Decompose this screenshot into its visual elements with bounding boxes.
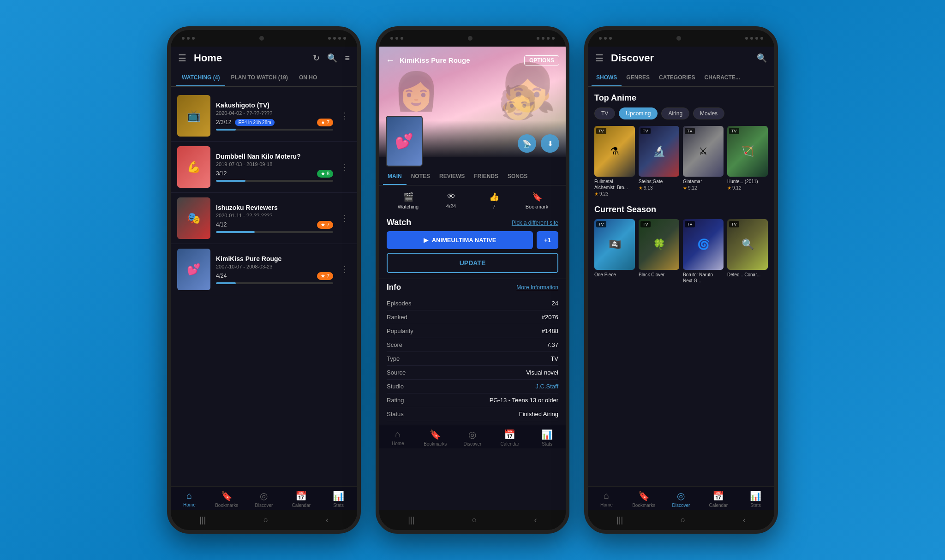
gesture-bars: |||	[199, 515, 206, 525]
grid-card-detective[interactable]: 🔍 TV Detec... Conar...	[727, 219, 768, 284]
filter-icon[interactable]: ≡	[345, 54, 350, 63]
stat-likes: 👍 7	[472, 192, 515, 209]
anime-thumb-ishuzoku: 🎭	[177, 197, 210, 239]
tab-friends[interactable]: FRIENDS	[469, 168, 503, 185]
bottom-navigation-detail: ⌂ Home 🔖 Bookmarks ◎ Discover 📅 Calendar…	[379, 425, 566, 448]
chip-airing[interactable]: Airing	[661, 107, 689, 119]
info-key: Popularity	[387, 328, 413, 334]
nav-bookmarks[interactable]: 🔖 Bookmarks	[208, 490, 245, 508]
grid-card-blackclover[interactable]: 🍀 TV Black Clover	[639, 219, 679, 284]
update-button[interactable]: UPDATE	[387, 253, 558, 273]
bookmarks-nav-label: Bookmarks	[632, 503, 655, 508]
home-nav-label: Home	[600, 502, 613, 507]
more-options-icon[interactable]: ⋮	[339, 109, 351, 123]
discover-tabs: SHOWS GENRES CATEGORIES CHARACTE...	[588, 70, 774, 87]
discover-nav-label: Discover	[255, 503, 273, 508]
grid-card-steins[interactable]: 🔬 TV Steins;Gate ★9.13	[639, 126, 679, 197]
nav-home[interactable]: ⌂ Home	[379, 429, 417, 447]
card-thumb: 🍀 TV	[639, 219, 679, 270]
info-row-ranked: Ranked #2076	[387, 310, 558, 324]
phone-bottom-bar: ||| ○ ‹	[171, 510, 357, 530]
list-item[interactable]: 📺 Kakushigoto (TV) 2020-04-02 - ??-??-??…	[171, 90, 357, 142]
stats-nav-label: Stats	[750, 503, 761, 508]
camera-notch	[676, 36, 681, 41]
more-options-icon[interactable]: ⋮	[339, 160, 351, 174]
search-icon[interactable]: 🔍	[757, 53, 767, 63]
nav-stats[interactable]: 📊 Stats	[737, 490, 774, 508]
chip-movies[interactable]: Movies	[693, 107, 724, 119]
info-val-studio[interactable]: J.C.Staff	[535, 383, 558, 390]
list-item[interactable]: 💪 Dumbbell Nan Kilo Moteru? 2019-07-03 -…	[171, 142, 357, 193]
home-screen: ☰ Home ↻ 🔍 ≡ WATCHING (4) PLAN TO WATCH …	[171, 47, 357, 510]
info-row-studio: Studio J.C.Staff	[387, 380, 558, 393]
card-title: Black Clover	[639, 272, 679, 278]
nav-discover[interactable]: ◎ Discover	[454, 429, 491, 447]
grid-card-fma[interactable]: ⚗ TV Fullmetal Alchemist: Bro... ★9.23	[594, 126, 635, 197]
tab-genres[interactable]: GENRES	[622, 70, 654, 86]
anime-thumb-kakushi: 📺	[177, 95, 210, 137]
nav-home[interactable]: ⌂ Home	[588, 490, 625, 508]
discover-nav-icon: ◎	[260, 490, 268, 501]
phone-bottom-bar-3: ||| ○ ‹	[588, 510, 774, 530]
info-val: #2076	[542, 314, 558, 321]
grid-card-gintama[interactable]: ⚔ TV Gintama* ★9.12	[683, 126, 724, 197]
tab-categories[interactable]: CATEGORIES	[654, 70, 700, 86]
bottom-navigation-home: ⌂ Home 🔖 Bookmarks ◎ Discover 📅 Calendar…	[171, 486, 357, 510]
info-key: Type	[387, 355, 400, 362]
nav-bookmarks[interactable]: 🔖 Bookmarks	[417, 429, 454, 447]
more-info-link[interactable]: More Information	[516, 284, 558, 291]
nav-stats[interactable]: 📊 Stats	[320, 490, 357, 508]
tab-songs[interactable]: SONGS	[503, 168, 532, 185]
tab-reviews[interactable]: REVIEWS	[435, 168, 469, 185]
nav-discover[interactable]: ◎ Discover	[663, 490, 700, 508]
more-options-icon[interactable]: ⋮	[339, 211, 351, 225]
discover-content: Top Anime TV Upcoming Airing Movies ⚗ TV…	[588, 87, 774, 486]
progress-text: 4/24	[216, 273, 227, 279]
search-icon[interactable]: 🔍	[327, 53, 337, 63]
detail-tabs: MAIN NOTES REVIEWS FRIENDS SONGS	[379, 168, 566, 185]
tab-notes[interactable]: NOTES	[407, 168, 435, 185]
home-nav-label: Home	[392, 441, 404, 446]
progress-row: 3/12 ★8	[216, 170, 333, 178]
nav-calendar[interactable]: 📅 Calendar	[700, 490, 737, 508]
home-tabs: WATCHING (4) PLAN TO WATCH (19) ON HO	[171, 70, 357, 87]
download-button[interactable]: ⬇	[541, 134, 559, 153]
nav-calendar[interactable]: 📅 Calendar	[282, 490, 320, 508]
menu-icon[interactable]: ☰	[178, 53, 186, 64]
tab-watching[interactable]: WATCHING (4)	[176, 70, 225, 86]
watch-primary-button[interactable]: ▶ ANIMEULTIMA NATIVE	[387, 231, 533, 249]
info-row-episodes: Episodes 24	[387, 297, 558, 310]
gesture-bars: |||	[408, 515, 414, 525]
tab-on-hold[interactable]: ON HO	[293, 70, 323, 86]
current-season-grid: 🏴‍☠️ TV One Piece 🍀 TV Black Clover 🌀	[594, 219, 768, 284]
tab-plan-to-watch[interactable]: PLAN TO WATCH (19)	[225, 70, 293, 86]
tab-characters[interactable]: CHARACTE...	[700, 70, 744, 86]
watch-plus-button[interactable]: +1	[537, 231, 558, 249]
more-options-icon[interactable]: ⋮	[339, 262, 351, 276]
info-key: Ranked	[387, 314, 407, 321]
list-item[interactable]: 🎭 Ishuzoku Reviewers 2020-01-11 - ??-??-…	[171, 193, 357, 244]
chip-upcoming[interactable]: Upcoming	[619, 107, 658, 119]
nav-home[interactable]: ⌂ Home	[171, 490, 208, 508]
bookmarks-nav-icon: 🔖	[638, 490, 650, 501]
list-item[interactable]: 💕 KimiKiss Pure Rouge 2007-10-07 - 2008-…	[171, 244, 357, 295]
back-icon[interactable]: ←	[386, 55, 395, 66]
rating-badge: ★8	[317, 170, 333, 178]
rating-badge: ★7	[317, 221, 333, 229]
nav-discover[interactable]: ◎ Discover	[245, 490, 283, 508]
anime-dates: 2007-10-07 - 2008-03-23	[216, 264, 333, 269]
grid-card-onepiece[interactable]: 🏴‍☠️ TV One Piece	[594, 219, 635, 284]
cast-button[interactable]: 📡	[518, 134, 536, 153]
menu-icon[interactable]: ☰	[595, 53, 604, 64]
nav-stats[interactable]: 📊 Stats	[528, 429, 566, 447]
tab-shows[interactable]: SHOWS	[592, 70, 622, 86]
options-button[interactable]: OPTIONS	[524, 55, 559, 66]
pick-site-link[interactable]: Pick a different site	[512, 220, 558, 226]
grid-card-boruto[interactable]: 🌀 TV Boruto: Naruto Next G...	[683, 219, 724, 284]
chip-tv[interactable]: TV	[594, 107, 615, 119]
refresh-icon[interactable]: ↻	[313, 53, 320, 63]
grid-card-hunter[interactable]: 🏹 TV Hunte... (2011) ★9.12	[727, 126, 768, 197]
nav-bookmarks[interactable]: 🔖 Bookmarks	[625, 490, 663, 508]
nav-calendar[interactable]: 📅 Calendar	[491, 429, 528, 447]
tab-main[interactable]: MAIN	[383, 168, 407, 185]
